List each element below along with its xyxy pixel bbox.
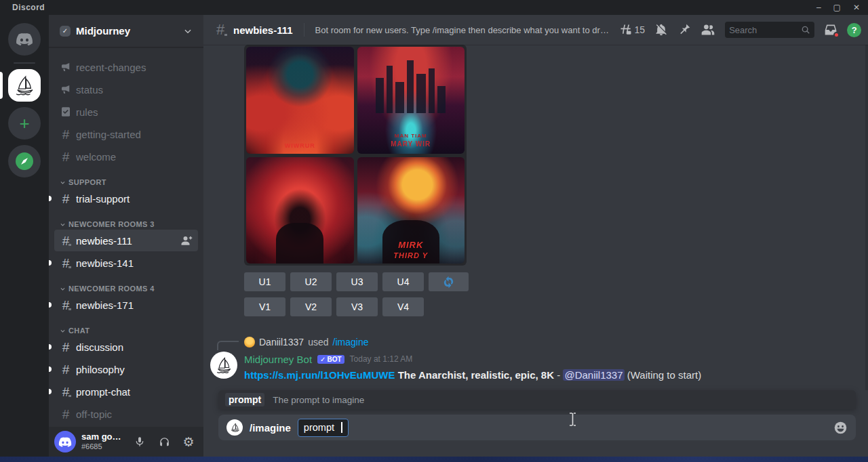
explore-servers-button[interactable] (8, 145, 41, 177)
hash-chat-icon: # (60, 257, 72, 270)
u4-button[interactable]: U4 (382, 272, 424, 291)
message-author[interactable]: Midjourney Bot (244, 354, 312, 365)
emoji-smile-icon (833, 421, 848, 435)
help-button[interactable]: ? (847, 23, 861, 37)
v4-button[interactable]: V4 (382, 297, 424, 316)
channel-trial-support[interactable]: # trial-support (54, 188, 198, 209)
deafen-button[interactable] (155, 432, 174, 451)
bot-badge: ✓ BOT (317, 355, 344, 364)
channel-list: recent-changes status rules # getting-st… (49, 47, 203, 427)
channel-newbies-111[interactable]: # newbies-111 (54, 230, 198, 251)
skyline-silhouette (357, 70, 465, 113)
member-list-button[interactable] (701, 23, 715, 37)
active-server-indicator (0, 72, 3, 99)
generated-image-grid[interactable]: WIWRUR MAN TIAM MARY WIR MIRK (244, 45, 467, 266)
user-mention[interactable]: @Daniil1337 (563, 369, 624, 381)
generated-image-quadrant-4[interactable]: MIRK THIRD Y (357, 157, 465, 264)
u2-button[interactable]: U2 (290, 272, 332, 291)
section-newcomer-rooms-4[interactable]: NEWCOMER ROOMS 4 (54, 285, 198, 293)
notification-settings-button[interactable] (654, 23, 668, 37)
image-caption: MIRK (357, 240, 465, 250)
hash-chat-icon: # (213, 22, 228, 37)
user-avatar[interactable] (54, 431, 76, 453)
threads-button[interactable]: 15 (619, 23, 646, 37)
user-info[interactable]: sam good… #6685 (81, 432, 125, 451)
hash-chat-icon: # (60, 385, 72, 398)
sailboat-icon (214, 356, 233, 375)
server-rail: + (0, 15, 49, 457)
v3-button[interactable]: V3 (336, 297, 378, 316)
home-button[interactable] (8, 23, 41, 56)
channel-welcome[interactable]: # welcome (54, 146, 198, 167)
u1-button[interactable]: U1 (244, 272, 285, 291)
guild-header[interactable]: ✓ Midjourney (49, 15, 203, 47)
composer: prompt The prompt to imagine /imagine pr… (203, 390, 868, 457)
window-close-button[interactable]: ✕ (853, 3, 860, 12)
image-caption: WIWRUR (246, 142, 354, 149)
create-invite-icon[interactable] (180, 235, 193, 246)
channel-rules[interactable]: rules (54, 101, 198, 123)
section-newcomer-rooms-3[interactable]: NEWCOMER ROOMS 3 (54, 220, 198, 228)
search-box[interactable] (725, 22, 814, 38)
user-settings-button[interactable]: ⚙ (179, 432, 198, 451)
search-input[interactable] (729, 25, 801, 35)
pinned-messages-button[interactable] (677, 23, 691, 37)
message-input-bar[interactable]: /imagine prompt (218, 415, 856, 440)
u3-button[interactable]: U3 (336, 272, 378, 291)
mute-microphone-button[interactable] (130, 432, 149, 451)
prompt-option-field[interactable]: prompt (298, 419, 349, 437)
window-minimize-button[interactable]: – (816, 3, 821, 12)
main-content: # newbies-111 Bot room for new users. Ty… (203, 15, 868, 457)
channel-topic[interactable]: Bot room for new users. Type /imagine th… (315, 25, 614, 35)
search-icon (801, 25, 810, 35)
generated-image-quadrant-3[interactable] (246, 157, 354, 264)
reply-username[interactable]: Daniil1337 (259, 337, 304, 348)
figure-silhouette (276, 223, 323, 264)
channel-header: # newbies-111 Bot room for new users. Ty… (203, 15, 868, 45)
autocomplete-option-description: The prompt to imagine (273, 395, 364, 405)
reply-user-avatar[interactable] (244, 337, 255, 348)
section-support[interactable]: SUPPORT (54, 178, 198, 186)
chevron-down-icon (183, 26, 193, 36)
add-server-button[interactable]: + (8, 107, 41, 140)
v1-button[interactable]: V1 (244, 297, 285, 316)
hash-icon: # (60, 128, 72, 141)
verified-badge-icon: ✓ (60, 26, 71, 37)
channel-off-topic[interactable]: # off-topic (54, 403, 198, 425)
unread-indicator (49, 389, 52, 394)
reply-action: used (308, 337, 328, 348)
sailboat-icon (13, 74, 36, 97)
channel-getting-started[interactable]: # getting-started (54, 123, 198, 145)
hash-chat-icon: # (60, 234, 72, 247)
window-titlebar: Discord – ▢ ✕ (0, 0, 868, 15)
compass-icon (15, 152, 34, 171)
emoji-picker-button[interactable] (833, 421, 848, 435)
reply-reference[interactable]: Daniil1337 used /imagine (244, 335, 868, 349)
server-icon-midjourney[interactable] (8, 69, 41, 102)
inbox-button[interactable] (824, 23, 837, 37)
megaphone-icon (60, 61, 72, 73)
generated-image-quadrant-1[interactable]: WIWRUR (246, 47, 354, 154)
prompt-image-link[interactable]: https://s.mj.run/l1OHvEuMUWE (244, 369, 395, 381)
channel-recent-changes[interactable]: recent-changes (54, 56, 198, 78)
channel-discussion[interactable]: # discussion (54, 336, 198, 358)
message-timestamp: Today at 1:12 AM (350, 354, 413, 364)
generated-image-quadrant-2[interactable]: MAN TIAM MARY WIR (357, 47, 465, 154)
channel-newbies-141[interactable]: # newbies-141 (54, 252, 198, 274)
unread-indicator (49, 196, 52, 201)
reroll-button[interactable] (429, 272, 469, 291)
plus-icon: + (19, 113, 29, 134)
channel-newbies-171[interactable]: # newbies-171 (54, 294, 198, 316)
autocomplete-option-prompt[interactable]: prompt (225, 393, 264, 406)
threads-icon (619, 23, 633, 37)
bot-avatar[interactable] (210, 352, 237, 379)
v2-button[interactable]: V2 (290, 297, 332, 316)
section-chat[interactable]: CHAT (54, 327, 198, 335)
job-status: (Waiting to start) (627, 369, 701, 381)
window-maximize-button[interactable]: ▢ (833, 3, 841, 12)
separator: - (557, 369, 560, 381)
reply-command[interactable]: /imagine (333, 337, 369, 348)
channel-philosophy[interactable]: # philosophy (54, 358, 198, 380)
channel-prompt-chat[interactable]: # prompt-chat (54, 381, 198, 402)
channel-status[interactable]: status (54, 79, 198, 100)
